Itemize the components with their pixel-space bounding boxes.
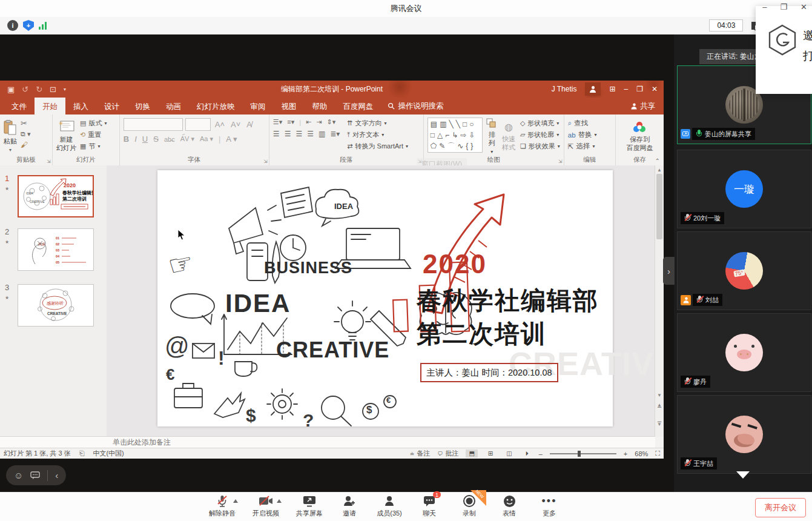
notes-pane[interactable]: 单击此处添加备注 [0, 436, 655, 448]
zoom-out-icon[interactable]: – [539, 450, 543, 457]
slide-sorter-button[interactable]: ⊞ [485, 450, 496, 457]
minimize-icon[interactable]: – [762, 2, 767, 12]
shrink-font-icon[interactable]: A˅ [229, 120, 242, 129]
grow-font-icon[interactable]: A˄ [213, 120, 226, 129]
align-left-icon[interactable]: ☰ [273, 130, 280, 138]
account-avatar[interactable] [585, 82, 601, 96]
smartart-button[interactable]: ⇄转换为 SmartArt▾ [347, 142, 408, 151]
align-center-icon[interactable]: ☰ [285, 130, 291, 138]
tab-review[interactable]: 审阅 [243, 98, 274, 114]
meeting-info-icon[interactable]: i [7, 20, 18, 31]
replace-button[interactable]: ab替换▾ [568, 130, 597, 139]
record-button[interactable]: NEW 录制 [456, 494, 483, 518]
shadow-button[interactable]: S [153, 134, 159, 144]
bold-button[interactable]: B [124, 134, 129, 144]
bullets-icon[interactable]: ☰▾ [273, 118, 282, 126]
format-painter-icon[interactable]: 🖌 [21, 141, 30, 149]
participant-tile-liaodan[interactable]: 廖丹 [677, 313, 811, 392]
save-icon[interactable]: ▣ [7, 85, 15, 94]
clipboard-dialog-launcher[interactable]: ⇲ [47, 159, 51, 164]
restore-icon[interactable]: ❐ [780, 2, 787, 12]
ppt-minimize-icon[interactable]: – [624, 85, 628, 93]
scroll-down-icon[interactable]: ▼ [655, 393, 664, 398]
slide-thumbnail-2[interactable]: 目录 010203 0405 [18, 228, 94, 271]
change-case-button[interactable]: Aa ▾ [200, 135, 213, 143]
strikethrough-button[interactable]: ab̶c [164, 136, 175, 143]
network-signal-icon[interactable] [39, 21, 47, 30]
qat-dropdown-icon[interactable]: ▾ [64, 87, 66, 92]
video-options-caret[interactable] [277, 499, 282, 503]
paste-button[interactable]: 粘贴 ▾ [4, 118, 17, 156]
slide-thumbnail-1[interactable]: 2020 春秋学社编辑部 第二次培训 IDEA CREATIVE [18, 175, 94, 217]
security-shield-icon[interactable]: + [23, 20, 34, 31]
clear-format-icon[interactable]: A̸ [245, 120, 254, 129]
find-button[interactable]: ⌕查找 [568, 119, 597, 128]
tab-design[interactable]: 设计 [96, 98, 127, 114]
arrange-button[interactable]: 排列▾ [486, 118, 497, 156]
mic-options-caret[interactable] [233, 499, 238, 503]
ppt-restore-icon[interactable]: ❐ [636, 85, 643, 93]
language-status[interactable]: 中文(中国) [93, 449, 124, 458]
share-button[interactable]: 共享 [631, 98, 664, 114]
participant-tile-wangyuzhe[interactable]: 王宇喆 [677, 395, 811, 474]
speaker-info-box[interactable]: 主讲人：姜山 时间：2020.10.08 [420, 363, 558, 382]
save-to-baidu-button[interactable]: 保存到 百度网盘 [619, 118, 660, 156]
editor-scrollbar[interactable]: ▲ ▼ ▲▔ ▁▼ [655, 165, 664, 437]
members-button[interactable]: 成员(35) [376, 494, 403, 518]
share-screen-button[interactable]: 共享屏幕 [296, 494, 323, 518]
reading-view-button[interactable]: ◫ [503, 450, 515, 457]
underline-button[interactable]: U [142, 134, 148, 144]
indent-icon[interactable]: ⇥ [316, 118, 322, 126]
undo-icon[interactable]: ↺ [22, 85, 28, 94]
shapes-gallery[interactable]: ▤▥╲╲□○ □△⌐↳⇨⇩ ⬠✎⌒∿{} [427, 118, 483, 153]
notes-page-icon[interactable]: ⎗ [79, 450, 85, 457]
cut-icon[interactable]: ✂ [21, 119, 30, 128]
redo-icon[interactable]: ↻ [36, 85, 42, 94]
layout-button[interactable]: ▤版式▾ [80, 119, 107, 128]
tab-file[interactable]: 文件 [4, 98, 35, 114]
tab-help[interactable]: 帮助 [305, 98, 335, 114]
tab-transitions[interactable]: 切换 [127, 98, 158, 114]
justify-icon[interactable]: ☰ [307, 130, 314, 138]
reset-button[interactable]: ⟲重置 [80, 130, 107, 139]
reactions-button[interactable]: 表情 [496, 494, 523, 518]
shape-outline-button[interactable]: ▱形状轮廓▾ [520, 130, 560, 139]
comments-toggle[interactable]: 🗩批注 [437, 449, 458, 458]
scroll-up-icon[interactable]: ▲ [655, 165, 664, 173]
tab-view[interactable]: 视图 [274, 98, 305, 114]
scroll-participants-down-icon[interactable] [736, 471, 750, 479]
tab-baidu-netdisk[interactable]: 百度网盘 [335, 98, 381, 114]
scrollbar-thumb[interactable] [656, 174, 662, 239]
tell-me-search[interactable]: 操作说明搜索 [388, 98, 444, 114]
italic-button[interactable]: I [134, 134, 137, 144]
slideshow-view-button[interactable]: ⏵ [523, 450, 532, 458]
tab-animations[interactable]: 动画 [158, 98, 189, 114]
sidebar-collapse-handle[interactable]: › [663, 257, 675, 285]
line-spacing-icon[interactable]: ⇕▾ [327, 118, 336, 126]
zoom-slider-thumb[interactable] [578, 451, 581, 457]
notes-toggle[interactable]: ≐备注 [410, 449, 431, 458]
copy-icon[interactable]: ⧉ ▾ [21, 130, 30, 138]
ribbon-display-options-icon[interactable]: ⊞ [609, 85, 615, 93]
leave-meeting-button[interactable]: 离开会议 [755, 498, 806, 517]
collapse-ribbon-icon[interactable]: ⌃ [655, 158, 660, 164]
new-slide-button[interactable]: ✳ 新建 幻灯片 [56, 118, 76, 156]
tab-slideshow[interactable]: 幻灯片放映 [189, 98, 243, 114]
font-dialog-launcher[interactable]: ⇲ [263, 159, 268, 164]
zoom-in-icon[interactable]: + [624, 450, 627, 457]
tab-insert[interactable]: 插入 [65, 98, 96, 114]
outdent-icon[interactable]: ⇤ [306, 118, 311, 126]
more-button[interactable]: ••• 更多 [536, 494, 563, 518]
shape-effects-button[interactable]: ❏形状效果▾ [520, 142, 560, 151]
previous-slide-icon[interactable]: ▲▔ [655, 403, 664, 413]
start-slideshow-icon[interactable]: ⊡ [50, 85, 56, 94]
section-button[interactable]: ▦节▾ [80, 142, 107, 151]
collapse-pill-icon[interactable]: ‹ [55, 470, 58, 480]
slide-canvas[interactable]: ☞ IDEA BUSINESS IDEA CREATIVE @ ! € $ ? … [157, 170, 613, 426]
normal-view-button[interactable]: ⬒ [466, 450, 477, 457]
emoji-reaction-icon[interactable]: ☺ [14, 470, 23, 480]
font-size-select[interactable] [185, 118, 211, 131]
tab-home[interactable]: 开始 [35, 98, 65, 114]
text-direction-button[interactable]: ⇈文字方向▾ [347, 119, 408, 128]
next-slide-icon[interactable]: ▁▼ [655, 417, 664, 427]
